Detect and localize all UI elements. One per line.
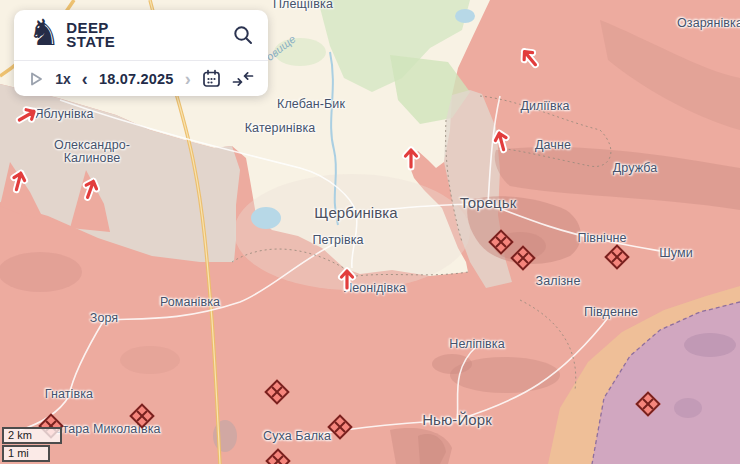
attack-arrow-icon — [483, 122, 520, 159]
calendar-button[interactable] — [202, 69, 221, 88]
play-button[interactable] — [28, 71, 44, 87]
header-panel: ♞ DEEP STATE 1x ‹ 18.07.2 — [14, 10, 268, 96]
attack-arrow-icon — [8, 95, 49, 136]
clash-diamond-marker[interactable] — [604, 244, 629, 269]
date-display[interactable]: 18.07.2025 — [99, 71, 174, 87]
map-label: Диліївка — [520, 100, 569, 113]
attack-arrow-icon — [332, 263, 362, 293]
map-label: овище — [264, 32, 299, 63]
map-label: Зоря — [90, 312, 118, 325]
scale-km: 2 km — [2, 427, 62, 444]
speed-button[interactable]: 1x — [55, 71, 71, 87]
map-label: Гнатівка — [45, 388, 93, 401]
clash-diamond-marker[interactable] — [510, 245, 535, 270]
clash-diamond-marker[interactable] — [635, 391, 660, 416]
clash-diamond-marker[interactable] — [264, 379, 289, 404]
clash-diamond-marker[interactable] — [327, 414, 352, 439]
logo-line2: STATE — [66, 35, 115, 49]
attack-arrow-icon — [1, 162, 38, 199]
play-icon — [28, 71, 44, 87]
map-label: Щербинівка — [314, 206, 398, 219]
map-label: Плещіївка — [273, 0, 333, 11]
map-label: Нью-Йорк — [422, 413, 492, 426]
map-label: Південне — [584, 306, 638, 319]
map-label: Олександро- Калинове — [54, 139, 130, 165]
converge-arrows-icon — [232, 70, 254, 88]
map-label: Неліпівка — [449, 338, 504, 351]
jump-to-latest-button[interactable] — [232, 70, 254, 88]
search-icon — [232, 24, 254, 46]
map-label: Залізне — [536, 275, 581, 288]
calendar-icon — [202, 69, 221, 88]
clash-diamond-marker[interactable] — [265, 448, 290, 464]
map-app: ПлещіївкаКлебан-БикКатеринівкаЯблунівкаО… — [0, 0, 740, 464]
map-label: Катеринівка — [245, 122, 316, 135]
attack-arrow-icon — [508, 36, 550, 78]
map-label: Леонідівка — [344, 282, 406, 295]
map-label: Торецьк — [460, 196, 517, 209]
attack-arrow-icon — [396, 142, 426, 172]
clash-diamond-marker[interactable] — [129, 403, 154, 428]
prev-date-button[interactable]: ‹ — [82, 70, 88, 88]
map-label: Дружба — [613, 162, 658, 175]
map-label: Романівка — [160, 296, 220, 309]
map-label: Суха Балка — [263, 430, 331, 443]
map-label: Озарянівка — [677, 17, 740, 30]
map-label: Клебан-Бик — [277, 98, 345, 111]
map-label: Північне — [577, 232, 626, 245]
chess-knight-icon: ♞ — [28, 15, 60, 51]
map-label: Яблунівка — [34, 108, 93, 121]
deepstate-logo: ♞ DEEP STATE — [28, 19, 115, 51]
search-button[interactable] — [232, 24, 254, 46]
scale-bar: 2 km 1 mi — [2, 427, 62, 462]
attack-arrow-icon — [72, 169, 110, 207]
next-date-button[interactable]: › — [185, 70, 191, 88]
clash-diamond-marker[interactable] — [488, 229, 513, 254]
map-label: Шуми — [659, 247, 693, 260]
map-label: Дачне — [535, 139, 571, 152]
map-label: Петрівка — [312, 234, 363, 247]
scale-mi: 1 mi — [2, 445, 50, 462]
